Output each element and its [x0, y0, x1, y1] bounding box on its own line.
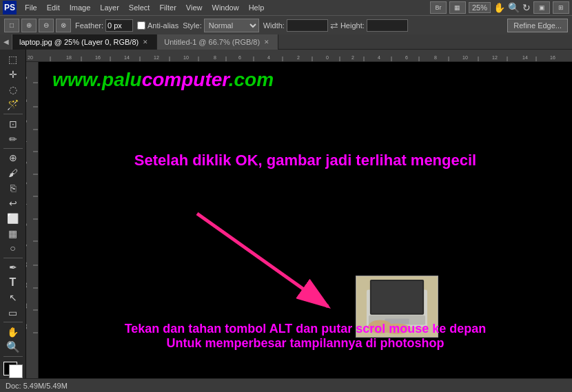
svg-text:14: 14 — [522, 55, 528, 60]
svg-text:10: 10 — [462, 55, 468, 60]
brush-tool[interactable]: 🖌 — [3, 166, 23, 180]
crop-tool[interactable]: ⊡ — [3, 116, 23, 131]
healing-tool[interactable]: ⊕ — [3, 151, 23, 165]
svg-text:10: 10 — [26, 262, 28, 267]
watermark-palu: palu — [102, 69, 142, 90]
tab-laptop-close[interactable]: ✕ — [141, 38, 150, 46]
style-select[interactable]: Normal Fixed Ratio Fixed Size — [204, 19, 259, 32]
antialias-label: Anti-alias — [147, 21, 178, 30]
status-doc-size: Doc: 5.49M/5.49M — [6, 382, 68, 390]
shape-tool[interactable]: ▭ — [3, 305, 23, 320]
svg-text:0: 0 — [326, 55, 329, 60]
svg-text:1: 1 — [26, 76, 28, 79]
svg-text:14: 14 — [124, 55, 130, 60]
svg-text:8: 8 — [214, 55, 216, 60]
svg-text:13: 13 — [26, 324, 28, 329]
svg-text:3: 3 — [26, 120, 28, 123]
subtract-selection-btn[interactable]: ⊖ — [39, 19, 54, 32]
tab-untitled-close[interactable]: ✕ — [263, 38, 271, 46]
menu-view[interactable]: View — [182, 2, 207, 13]
swap-icon[interactable]: ⇄ — [330, 20, 338, 31]
svg-text:6: 6 — [405, 55, 408, 60]
history-brush-tool[interactable]: ↩ — [3, 196, 23, 210]
menu-image[interactable]: Image — [65, 2, 95, 13]
arrange-icon[interactable]: ⊞ — [553, 1, 569, 14]
magic-wand-tool[interactable]: 🪄 — [3, 98, 23, 112]
svg-text:10: 10 — [183, 55, 189, 60]
width-group: Width: ⇄ Height: — [263, 19, 408, 32]
menu-select[interactable]: Select — [125, 2, 154, 13]
status-bar: Doc: 5.49M/5.49M — [0, 378, 572, 392]
height-input[interactable] — [367, 19, 408, 32]
ruler-left: 1 2 3 4 5 6 7 8 9 — [26, 62, 39, 378]
move-tool[interactable]: ✛ — [3, 68, 23, 82]
rotate-icon[interactable]: ↻ — [522, 2, 531, 13]
svg-text:16: 16 — [95, 55, 101, 60]
svg-text:2: 2 — [297, 55, 300, 60]
watermark-computer: computer — [142, 69, 229, 90]
new-selection-btn[interactable]: □ — [4, 19, 19, 32]
tab-bar: ◀ laptop.jpg @ 25% (Layer 0, RGB/8) ✕ Un… — [0, 34, 572, 50]
mini-bridge-icon[interactable]: ▦ — [449, 1, 466, 14]
feather-input[interactable] — [105, 19, 133, 32]
menu-layer[interactable]: Layer — [96, 2, 123, 13]
menu-file[interactable]: File — [21, 2, 41, 13]
svg-text:2: 2 — [351, 55, 354, 60]
marquee-tool[interactable]: ⬚ — [3, 52, 23, 67]
refine-edge-button[interactable]: Refine Edge... — [507, 19, 568, 32]
tab-untitled[interactable]: Untitled-1 @ 66.7% (RGB/8) ✕ — [157, 34, 278, 50]
gradient-tool[interactable]: ▦ — [3, 226, 23, 240]
tool-divider-1 — [3, 114, 23, 114]
instruction-text: Setelah diklik OK, gambar jadi terlihat … — [39, 152, 572, 169]
tab-laptop-label: laptop.jpg @ 25% (Layer 0, RGB/8) — [19, 38, 139, 46]
screen-mode-icon[interactable]: ▣ — [533, 1, 550, 14]
path-select-tool[interactable]: ↖ — [3, 291, 23, 305]
svg-text:16: 16 — [550, 55, 555, 60]
color-swatch[interactable] — [3, 362, 23, 378]
hand-tool[interactable]: ✋ — [3, 324, 23, 339]
zoom-tool[interactable]: 🔍 — [3, 340, 23, 354]
menu-filter[interactable]: Filter — [155, 2, 180, 13]
svg-text:12: 12 — [154, 55, 159, 60]
svg-text:4: 4 — [26, 141, 28, 143]
width-label: Width: — [263, 21, 285, 30]
tab-scroll-left[interactable]: ◀ — [0, 34, 12, 50]
hand-tool-icon[interactable]: ✋ — [493, 2, 505, 13]
svg-rect-67 — [371, 281, 422, 313]
background-color[interactable] — [9, 364, 23, 378]
zoom-display: 25% — [469, 2, 491, 13]
menu-bar: PS File Edit Image Layer Select Filter V… — [0, 0, 572, 15]
svg-text:2: 2 — [26, 99, 28, 102]
bridge-icon[interactable]: Br — [430, 1, 447, 14]
antialias-group: Anti-alias — [137, 21, 178, 30]
intersect-selection-btn[interactable]: ⊗ — [56, 19, 71, 32]
svg-text:20: 20 — [28, 55, 33, 60]
bottom-text: Tekan dan tahan tombol ALT dan putar scr… — [39, 322, 572, 351]
svg-text:5: 5 — [26, 161, 28, 164]
bottom-text-line2: Untuk memperbesar tampilannya di photosh… — [39, 336, 572, 351]
zoom-tool-icon[interactable]: 🔍 — [508, 2, 520, 13]
lasso-tool[interactable]: ◌ — [3, 83, 23, 97]
width-input[interactable] — [287, 19, 328, 32]
svg-text:9: 9 — [26, 244, 28, 247]
pen-tool[interactable]: ✒ — [3, 260, 23, 275]
menu-edit[interactable]: Edit — [43, 2, 64, 13]
dodge-tool[interactable]: ○ — [3, 241, 23, 256]
clone-tool[interactable]: ⎘ — [3, 181, 23, 196]
text-tool[interactable]: T — [3, 276, 23, 290]
menu-help[interactable]: Help — [245, 2, 269, 13]
menu-window[interactable]: Window — [208, 2, 243, 13]
eraser-tool[interactable]: ⬜ — [3, 211, 23, 225]
marquee-options: □ ⊕ ⊖ ⊗ — [4, 19, 71, 32]
svg-text:12: 12 — [492, 55, 498, 60]
svg-text:11: 11 — [26, 282, 28, 288]
eyedropper-tool[interactable]: ✏ — [3, 132, 23, 146]
tab-laptop[interactable]: laptop.jpg @ 25% (Layer 0, RGB/8) ✕ — [12, 34, 157, 50]
svg-line-63 — [197, 214, 328, 307]
add-selection-btn[interactable]: ⊕ — [21, 19, 37, 32]
antialias-checkbox[interactable] — [137, 21, 145, 30]
svg-text:6: 6 — [238, 55, 241, 60]
svg-text:8: 8 — [434, 55, 437, 60]
tool-divider-3 — [3, 258, 23, 258]
toolbar: ⬚ ✛ ◌ 🪄 ⊡ ✏ ⊕ 🖌 ⎘ ↩ ⬜ ▦ ○ ✒ T ↖ ▭ ✋ 🔍 — [0, 50, 26, 378]
